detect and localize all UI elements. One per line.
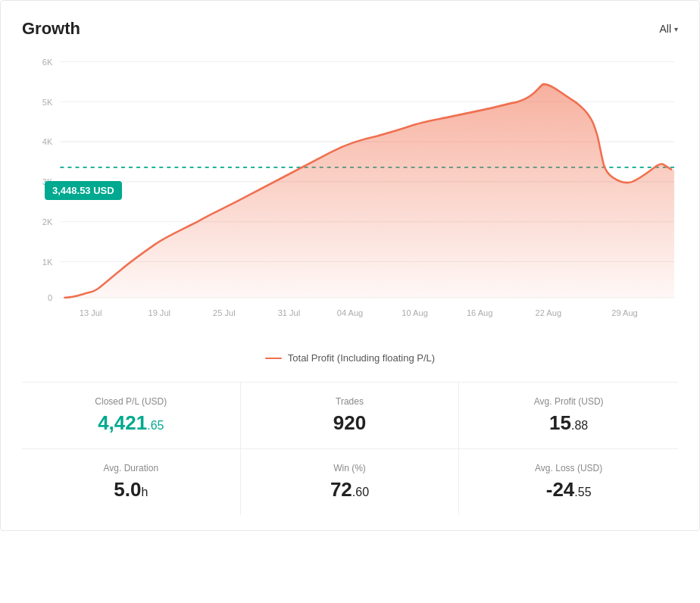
stat-trades: Trades 920 [241,383,460,449]
chart-legend: Total Profit (Including floating P/L) [22,352,678,364]
page-title: Growth [22,19,80,39]
stats-grid: Closed P/L (USD) 4,421.65 Trades 920 Avg… [22,382,678,515]
stat-value-avg-duration: 5.0h [34,478,228,501]
growth-card: Growth All ▾ 6K 5K 4K 3K 2K 1K 0 13 Jul [0,0,700,531]
stat-value-closed-pl: 4,421.65 [34,411,228,435]
svg-text:2K: 2K [42,217,53,227]
filter-label: All [659,23,671,35]
chart-area: 6K 5K 4K 3K 2K 1K 0 13 Jul 19 Jul 25 Jul… [22,54,678,342]
stat-value-win-pct: 72.60 [253,478,447,501]
svg-text:0: 0 [48,293,52,302]
filter-dropdown[interactable]: All ▾ [659,23,678,35]
stat-label-trades: Trades [253,396,447,407]
stat-label-avg-profit: Avg. Profit (USD) [471,396,666,407]
svg-text:5K: 5K [42,97,53,106]
svg-text:31 Jul: 31 Jul [278,308,301,317]
stat-avg-loss: Avg. Loss (USD) -24.55 [459,449,678,515]
svg-text:29 Aug: 29 Aug [611,308,637,317]
svg-text:25 Jul: 25 Jul [213,308,236,317]
legend-line-icon [265,358,282,359]
stat-label-avg-loss: Avg. Loss (USD) [471,463,666,473]
stat-label-closed-pl: Closed P/L (USD) [34,396,228,407]
svg-text:1K: 1K [42,257,53,266]
chart-tooltip: 3,448.53 USD [45,181,122,200]
stat-avg-profit: Avg. Profit (USD) 15.88 [459,383,678,449]
stat-label-win-pct: Win (%) [253,463,447,473]
chevron-down-icon: ▾ [674,25,678,33]
stat-avg-duration: Avg. Duration 5.0h [22,449,241,515]
stat-value-avg-loss: -24.55 [471,478,666,501]
stat-win-pct: Win (%) 72.60 [241,449,460,515]
stat-value-avg-profit: 15.88 [471,411,666,435]
stat-closed-pl: Closed P/L (USD) 4,421.65 [22,383,241,449]
svg-text:10 Aug: 10 Aug [402,308,427,317]
chart-area-fill [64,84,674,298]
tooltip-value: 3,448.53 USD [52,185,114,196]
svg-text:6K: 6K [42,58,53,67]
svg-text:4K: 4K [42,137,53,146]
svg-text:19 Jul: 19 Jul [148,308,170,317]
svg-text:13 Jul: 13 Jul [80,308,102,317]
legend-label: Total Profit (Including floating P/L) [288,352,435,364]
stat-label-avg-duration: Avg. Duration [34,463,228,473]
stat-value-trades: 920 [253,411,447,435]
svg-text:22 Aug: 22 Aug [536,308,561,317]
svg-text:16 Aug: 16 Aug [467,308,492,317]
svg-text:04 Aug: 04 Aug [337,308,363,317]
card-header: Growth All ▾ [22,19,678,39]
